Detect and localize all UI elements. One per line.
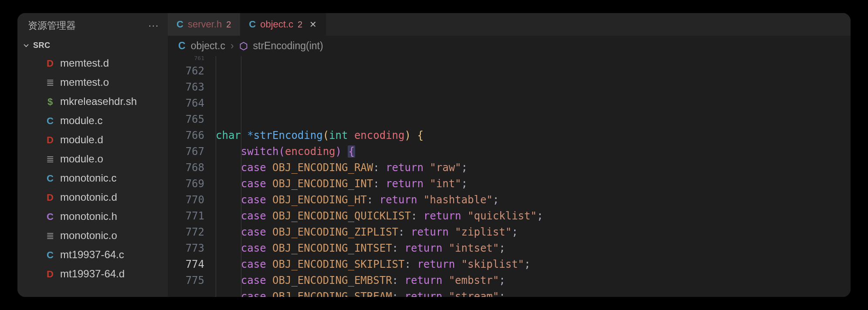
c-file-icon: C xyxy=(249,19,256,30)
line-number: 762 xyxy=(168,63,204,79)
tabbar: Cserver.h2Cobject.c2✕ xyxy=(168,13,851,36)
code-line[interactable]: case OBJ_ENCODING_INT: return "int"; xyxy=(216,176,851,192)
file-item[interactable]: ≣monotonic.o xyxy=(17,226,168,245)
file-type-icon: ≣ xyxy=(45,75,55,90)
file-name: monotonic.h xyxy=(60,209,117,224)
file-name: monotonic.c xyxy=(60,170,116,186)
line-number: 765 xyxy=(168,111,204,128)
line-number: 774 xyxy=(168,256,204,273)
code-line[interactable]: case OBJ_ENCODING_QUICKLIST: return "qui… xyxy=(216,208,851,224)
file-item[interactable]: Dmt19937-64.d xyxy=(17,264,168,283)
file-item[interactable]: Cmonotonic.c xyxy=(17,168,168,188)
c-file-icon: C xyxy=(178,40,186,52)
editor-window: 资源管理器 ··· SRC Dmemtest.d≣memtest.o$mkrel… xyxy=(17,13,851,297)
file-name: mt19937-64.d xyxy=(60,266,125,282)
code-line[interactable]: case OBJ_ENCODING_EMBSTR: return "embstr… xyxy=(216,273,851,289)
code-line[interactable]: case OBJ_ENCODING_ZIPLIST: return "zipli… xyxy=(216,224,851,240)
file-name: monotonic.d xyxy=(60,189,117,205)
file-name: memtest.o xyxy=(60,74,109,90)
breadcrumb[interactable]: C object.c › strEncoding(int) xyxy=(168,36,851,56)
file-name: module.c xyxy=(60,113,102,128)
tab-object-c[interactable]: Cobject.c2✕ xyxy=(240,13,326,36)
file-type-icon: D xyxy=(45,190,55,205)
file-type-icon: C xyxy=(45,248,55,262)
code-line[interactable]: char *strEncoding(int encoding) { xyxy=(216,128,851,144)
sidebar-header: 资源管理器 ··· xyxy=(17,13,168,37)
file-type-icon: D xyxy=(45,133,55,147)
file-item[interactable]: Dmemtest.d xyxy=(17,54,168,73)
chevron-right-icon: › xyxy=(231,40,234,52)
sidebar: 资源管理器 ··· SRC Dmemtest.d≣memtest.o$mkrel… xyxy=(17,13,168,297)
file-name: memtest.d xyxy=(60,55,109,71)
tab-server-h[interactable]: Cserver.h2 xyxy=(168,13,240,36)
line-number: 763 xyxy=(168,79,204,95)
tab-label: server.h xyxy=(188,19,222,30)
breadcrumb-file: object.c xyxy=(191,40,225,52)
line-number: 772 xyxy=(168,224,204,240)
file-type-icon: $ xyxy=(45,94,55,109)
minimap[interactable] xyxy=(798,56,851,297)
line-number: 771 xyxy=(168,208,204,224)
code-line[interactable] xyxy=(216,121,851,128)
close-icon[interactable]: ✕ xyxy=(309,19,317,30)
code-area[interactable]: char *strEncoding(int encoding) { switch… xyxy=(216,56,851,297)
line-number: 768 xyxy=(168,160,204,176)
file-item[interactable]: Cmt19937-64.c xyxy=(17,245,168,264)
line-number: 761 xyxy=(168,56,204,63)
file-item[interactable]: $mkreleasehdr.sh xyxy=(17,92,168,111)
file-name: module.d xyxy=(60,132,103,148)
file-name: mkreleasehdr.sh xyxy=(60,94,137,109)
line-number: 770 xyxy=(168,192,204,208)
file-type-icon: D xyxy=(45,56,55,71)
section-label: SRC xyxy=(33,41,51,50)
file-item[interactable]: ≣memtest.o xyxy=(17,73,168,92)
file-name: mt19937-64.c xyxy=(60,247,124,263)
c-file-icon: C xyxy=(176,19,183,30)
file-list: Dmemtest.d≣memtest.o$mkreleasehdr.shCmod… xyxy=(17,54,168,297)
line-number: 769 xyxy=(168,176,204,192)
file-type-icon: C xyxy=(45,171,55,185)
code-line[interactable]: case OBJ_ENCODING_HT: return "hashtable"… xyxy=(216,192,851,208)
tab-label: object.c xyxy=(260,19,293,30)
gutter: 7617627637647657667677687697707717727737… xyxy=(168,56,216,297)
code-line[interactable]: case OBJ_ENCODING_STREAM: return "stream… xyxy=(216,289,851,297)
file-type-icon: D xyxy=(45,267,55,281)
chevron-down-icon xyxy=(23,42,30,49)
file-name: module.o xyxy=(60,151,103,167)
line-number: 775 xyxy=(168,273,204,289)
code-line[interactable]: case OBJ_ENCODING_RAW: return "raw"; xyxy=(216,160,851,176)
line-number: 766 xyxy=(168,128,204,144)
file-item[interactable]: Dmonotonic.d xyxy=(17,188,168,207)
tab-badge: 2 xyxy=(298,20,302,30)
sidebar-section[interactable]: SRC xyxy=(17,37,168,54)
main-pane: Cserver.h2Cobject.c2✕ C object.c › strEn… xyxy=(168,13,851,297)
symbol-method-icon xyxy=(239,42,248,51)
more-icon[interactable]: ··· xyxy=(149,20,159,31)
file-item[interactable]: Cmodule.c xyxy=(17,111,168,130)
file-type-icon: C xyxy=(45,114,55,128)
explorer-title: 资源管理器 xyxy=(28,19,76,32)
breadcrumb-symbol: strEncoding(int) xyxy=(253,40,323,52)
code-line[interactable]: switch(encoding) { xyxy=(216,144,851,160)
file-type-icon: C xyxy=(45,209,55,224)
code-line[interactable]: case OBJ_ENCODING_SKIPLIST: return "skip… xyxy=(216,256,851,273)
file-item[interactable]: Dmodule.d xyxy=(17,130,168,149)
line-number: 773 xyxy=(168,240,204,256)
file-item[interactable]: Cmonotonic.h xyxy=(17,207,168,226)
code-editor[interactable]: 7617627637647657667677687697707717727737… xyxy=(168,56,851,297)
file-name: monotonic.o xyxy=(60,228,117,243)
file-type-icon: ≣ xyxy=(45,229,55,243)
tab-badge: 2 xyxy=(226,20,231,30)
line-number: 764 xyxy=(168,95,204,111)
file-type-icon: ≣ xyxy=(45,152,55,166)
file-item[interactable]: ≣module.o xyxy=(17,149,168,168)
code-line[interactable]: case OBJ_ENCODING_INTSET: return "intset… xyxy=(216,240,851,256)
line-number: 767 xyxy=(168,144,204,160)
